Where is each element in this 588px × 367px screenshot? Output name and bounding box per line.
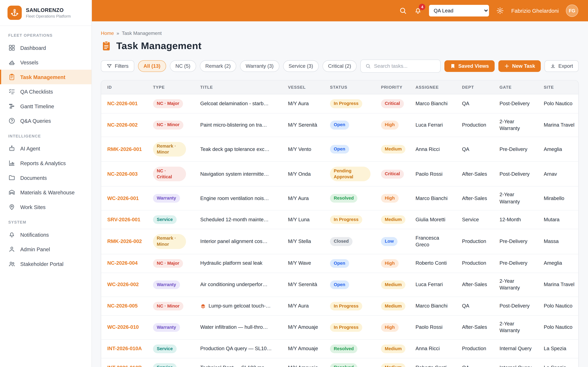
task-id-link[interactable]: RMK-2026-002: [101, 229, 147, 254]
sidebar-item-gantt-timeline[interactable]: Gantt Timeline: [0, 99, 92, 114]
site-cell: Mirabello: [538, 186, 579, 210]
sidebar-item-admin-panel[interactable]: Admin Panel: [0, 242, 92, 257]
site-cell: Polo Nautico: [538, 297, 579, 316]
status-badge: Open: [330, 280, 349, 289]
table-row[interactable]: SRV-2026-001ServiceScheduled 12-month ma…: [101, 210, 579, 229]
type-badge: NC · Minor: [153, 302, 183, 311]
sidebar-item-vessels[interactable]: Vessels: [0, 55, 92, 70]
plus-icon: [504, 63, 510, 69]
sidebar-item-ai-agent[interactable]: AI Agent: [0, 141, 92, 156]
task-id-link[interactable]: WC-2026-001: [101, 186, 147, 210]
new-task-label: New Task: [512, 63, 535, 69]
filter-chip-remark-2[interactable]: Remark (2): [200, 60, 236, 72]
new-task-button[interactable]: New Task: [498, 60, 541, 72]
sidebar-item-notifications[interactable]: Notifications: [0, 227, 92, 242]
task-id-link[interactable]: WC-2026-010: [101, 316, 147, 339]
priority-badge: Low: [381, 237, 398, 246]
table-row[interactable]: NC-2026-002NC · MinorPaint micro-blister…: [101, 113, 579, 137]
status-badge: Open: [330, 121, 349, 130]
task-id-link[interactable]: INT-2026-010A: [101, 339, 147, 358]
task-id-link[interactable]: RMK-2026-001: [101, 137, 147, 162]
task-title: Air conditioning underperfor…: [200, 281, 268, 288]
table-row[interactable]: WC-2026-001WarrantyEngine room ventilati…: [101, 186, 579, 210]
breadcrumb-separator: »: [117, 30, 119, 36]
table-row[interactable]: NC-2026-005NC · MinorLump-sum gelcoat to…: [101, 297, 579, 316]
table-row[interactable]: RMK-2026-001Remark · MinorTeak deck gap …: [101, 137, 579, 162]
table-row[interactable]: RMK-2026-002Remark · MinorInterior panel…: [101, 229, 579, 254]
task-title: Paint micro-blistering on tra…: [200, 122, 267, 128]
gear-icon[interactable]: [496, 7, 504, 15]
task-title: Technical Dept — SL102 mo…: [200, 364, 269, 367]
table-row[interactable]: NC-2026-003NC · CriticalNavigation syste…: [101, 162, 579, 186]
assignee-cell: Marco Bianchi: [409, 94, 456, 113]
table-row[interactable]: WC-2026-002WarrantyAir conditioning unde…: [101, 273, 579, 297]
column-header: ID: [101, 81, 147, 94]
task-id-link[interactable]: INT-2026-010B: [101, 358, 147, 367]
type-badge: Service: [153, 344, 177, 353]
sidebar-item-qa-checklists[interactable]: QA Checklists: [0, 84, 92, 99]
sidebar-item-dashboard[interactable]: Dashboard: [0, 40, 92, 55]
funnel-icon: [107, 63, 112, 69]
task-id-link[interactable]: NC-2026-002: [101, 113, 147, 137]
notifications-bell[interactable]: 4: [414, 7, 422, 15]
dept-cell: Production: [456, 229, 493, 254]
sidebar-item-documents[interactable]: Documents: [0, 170, 92, 185]
task-id-link[interactable]: WC-2026-002: [101, 273, 147, 297]
sidebar-item-materials-warehouse[interactable]: Materials & Warehouse: [0, 185, 92, 200]
topbar: 4 QA Lead Fabrizio Ghelardoni FG: [92, 0, 588, 21]
app: SANLORENZO Fleet Operations Platform FLE…: [0, 0, 588, 367]
status-badge: In Progress: [330, 99, 362, 108]
sidebar-item-reports-analytics[interactable]: Reports & Analytics: [0, 156, 92, 170]
filter-chip-warranty-3[interactable]: Warranty (3): [240, 60, 279, 72]
column-header: ASSIGNEE: [409, 81, 456, 94]
site-cell: Polo Nautico: [538, 94, 579, 113]
task-id-link[interactable]: NC-2026-004: [101, 254, 147, 273]
breadcrumb-home[interactable]: Home: [101, 30, 114, 36]
chart-icon: [8, 159, 16, 167]
task-title: Navigation system intermitte…: [200, 171, 269, 177]
task-title: Water infiltration — hull-thro…: [200, 324, 268, 331]
search-input[interactable]: [374, 63, 436, 69]
filter-chips: All (13)NC (5)Remark (2)Warranty (3)Serv…: [138, 60, 357, 72]
task-id-link[interactable]: NC-2026-001: [101, 94, 147, 113]
column-header: TITLE: [194, 81, 282, 94]
task-title: Interior panel alignment cos…: [200, 238, 268, 245]
dept-cell: After-Sales: [456, 186, 493, 210]
filter-chip-service-3[interactable]: Service (3): [283, 60, 319, 72]
priority-badge: Medium: [381, 215, 406, 224]
role-select[interactable]: QA Lead: [429, 5, 489, 17]
sidebar-item-q-a-queries[interactable]: Q&A Queries: [0, 113, 92, 128]
type-badge: Service: [153, 363, 177, 367]
brand: SANLORENZO Fleet Operations Platform: [0, 0, 92, 26]
filter-chip-critical-2[interactable]: Critical (2): [322, 60, 357, 72]
table-row[interactable]: NC-2026-004NC · MajorHydraulic platform …: [101, 254, 579, 273]
table-row[interactable]: INT-2026-010AServiceProduction QA query …: [101, 339, 579, 358]
column-header: GATE: [493, 81, 538, 94]
task-id-link[interactable]: SRV-2026-001: [101, 210, 147, 229]
filters-button[interactable]: Filters: [101, 60, 134, 72]
sidebar-item-task-management[interactable]: Task Management: [0, 70, 92, 84]
table-row[interactable]: NC-2026-001NC · MajorGelcoat delaminatio…: [101, 94, 579, 113]
sidebar-item-label: Gantt Timeline: [20, 103, 54, 109]
saved-views-button[interactable]: Saved Views: [444, 60, 494, 72]
table-row[interactable]: WC-2026-010WarrantyWater infiltration — …: [101, 316, 579, 339]
vessel-cell: M/Y Aura: [282, 297, 324, 316]
type-badge: NC · Major: [153, 259, 183, 268]
admin-icon: [8, 246, 16, 253]
sidebar-item-label: Notifications: [20, 232, 49, 238]
avatar[interactable]: FG: [566, 4, 578, 17]
assignee-cell: Roberto Conti: [409, 358, 456, 367]
table-row[interactable]: INT-2026-010BServiceTechnical Dept — SL1…: [101, 358, 579, 367]
task-id-link[interactable]: NC-2026-005: [101, 297, 147, 316]
checklist-icon: [8, 88, 16, 95]
task-id-link[interactable]: NC-2026-003: [101, 162, 147, 186]
filter-chip-all-13[interactable]: All (13): [138, 60, 166, 72]
assignee-cell: Paolo Rossi: [409, 162, 456, 186]
sidebar-section-label: FLEET OPERATIONS: [0, 27, 92, 41]
sidebar-item-stakeholder-portal[interactable]: Stakeholder Portal: [0, 257, 92, 271]
brand-name: SANLORENZO: [26, 7, 71, 13]
export-button[interactable]: Export: [545, 60, 579, 72]
search-icon[interactable]: [399, 7, 407, 15]
filter-chip-nc-5[interactable]: NC (5): [170, 60, 196, 72]
sidebar-item-work-sites[interactable]: Work Sites: [0, 200, 92, 214]
